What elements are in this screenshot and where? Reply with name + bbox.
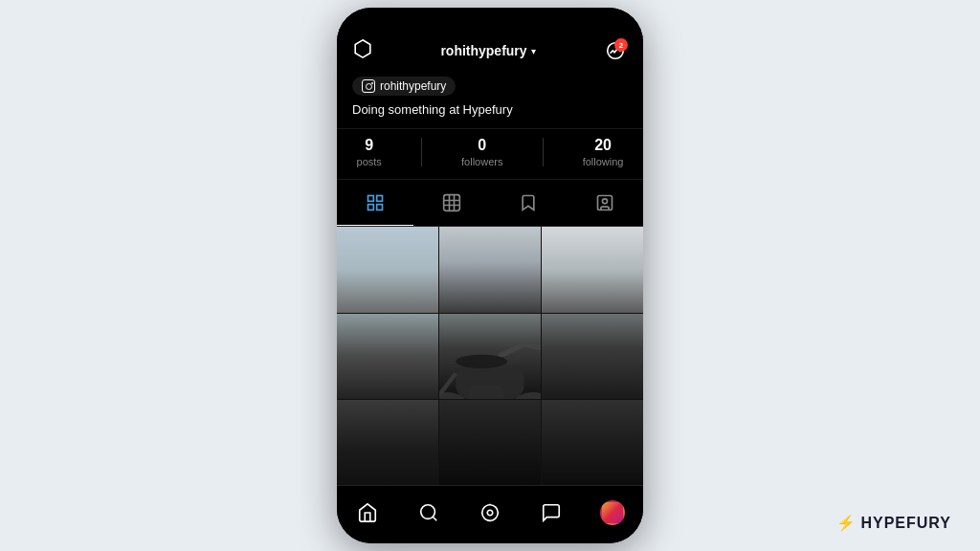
nav-search[interactable] bbox=[412, 496, 446, 530]
svg-point-24 bbox=[421, 505, 435, 519]
username-dropdown[interactable]: rohithypefury ▾ bbox=[440, 43, 535, 58]
notification-badge: 2 bbox=[614, 38, 628, 52]
grid-cell-5[interactable] bbox=[439, 314, 541, 399]
instagram-icon bbox=[362, 79, 375, 93]
grid-cell-3[interactable] bbox=[542, 227, 643, 312]
following-label: following bbox=[583, 156, 624, 167]
grid-cell-9[interactable] bbox=[542, 400, 643, 485]
stat-following[interactable]: 20 following bbox=[583, 137, 624, 167]
phone-frame: rohithypefury ▾ 2 rohithypefury Doing so… bbox=[337, 8, 643, 543]
content-tab-bar bbox=[337, 180, 643, 227]
stat-divider-1 bbox=[421, 138, 422, 166]
svg-point-27 bbox=[487, 510, 493, 516]
bolt-icon: ⚡ bbox=[836, 514, 857, 532]
stats-row: 9 posts 0 followers 20 following bbox=[337, 128, 643, 180]
followers-label: followers bbox=[461, 156, 502, 167]
svg-rect-3 bbox=[377, 196, 383, 202]
tab-saved[interactable] bbox=[490, 187, 567, 218]
svg-marker-0 bbox=[355, 40, 370, 57]
handle-badge[interactable]: rohithypefury bbox=[352, 77, 456, 96]
grid-cell-8[interactable] bbox=[439, 400, 541, 485]
status-bar bbox=[337, 8, 643, 34]
grid-cell-6[interactable] bbox=[542, 314, 643, 399]
grid-cell-4[interactable] bbox=[337, 314, 438, 399]
bio-text: Doing something at Hypefury bbox=[352, 101, 628, 119]
app-header: rohithypefury ▾ 2 bbox=[337, 34, 643, 71]
nav-messages[interactable] bbox=[534, 496, 568, 530]
svg-rect-4 bbox=[368, 205, 374, 210]
svg-line-20 bbox=[524, 344, 541, 348]
nav-reels[interactable] bbox=[473, 496, 507, 530]
posts-label: posts bbox=[357, 156, 382, 167]
grid-cell-1[interactable] bbox=[337, 227, 438, 312]
watermark-text: HYPEFURY bbox=[860, 515, 951, 532]
chevron-down-icon: ▾ bbox=[531, 46, 536, 56]
svg-rect-5 bbox=[377, 205, 383, 210]
svg-line-19 bbox=[499, 344, 524, 357]
grid-cell-7[interactable] bbox=[337, 400, 438, 485]
bottom-nav bbox=[337, 485, 643, 543]
followers-count: 0 bbox=[478, 137, 486, 154]
nav-home[interactable] bbox=[350, 496, 385, 530]
stat-followers[interactable]: 0 followers bbox=[461, 137, 502, 167]
grid-cell-2[interactable] bbox=[439, 227, 541, 312]
svg-rect-22 bbox=[470, 386, 504, 399]
tab-grid[interactable] bbox=[337, 187, 413, 218]
photo-grid bbox=[337, 227, 643, 485]
tab-reels[interactable] bbox=[413, 187, 490, 218]
username-text: rohithypefury bbox=[440, 43, 526, 58]
stat-posts[interactable]: 9 posts bbox=[357, 137, 382, 167]
handle-text: rohithypefury bbox=[380, 79, 446, 93]
svg-point-21 bbox=[456, 354, 507, 367]
svg-point-26 bbox=[482, 505, 499, 521]
header-left-icon[interactable] bbox=[352, 38, 373, 63]
profile-avatar bbox=[600, 500, 625, 525]
tab-tagged[interactable] bbox=[567, 187, 643, 218]
posts-count: 9 bbox=[365, 137, 373, 154]
svg-rect-6 bbox=[444, 195, 460, 211]
notification-button[interactable]: 2 bbox=[603, 38, 628, 63]
svg-rect-2 bbox=[368, 196, 374, 202]
svg-point-12 bbox=[603, 199, 608, 204]
profile-section: rohithypefury Doing something at Hypefur… bbox=[337, 71, 643, 128]
svg-line-25 bbox=[433, 517, 436, 520]
nav-profile[interactable] bbox=[595, 496, 630, 530]
handle-row: rohithypefury bbox=[352, 77, 628, 96]
stat-divider-2 bbox=[543, 138, 544, 166]
following-count: 20 bbox=[594, 137, 612, 154]
hypefury-watermark: ⚡ HYPEFURY bbox=[836, 514, 951, 532]
